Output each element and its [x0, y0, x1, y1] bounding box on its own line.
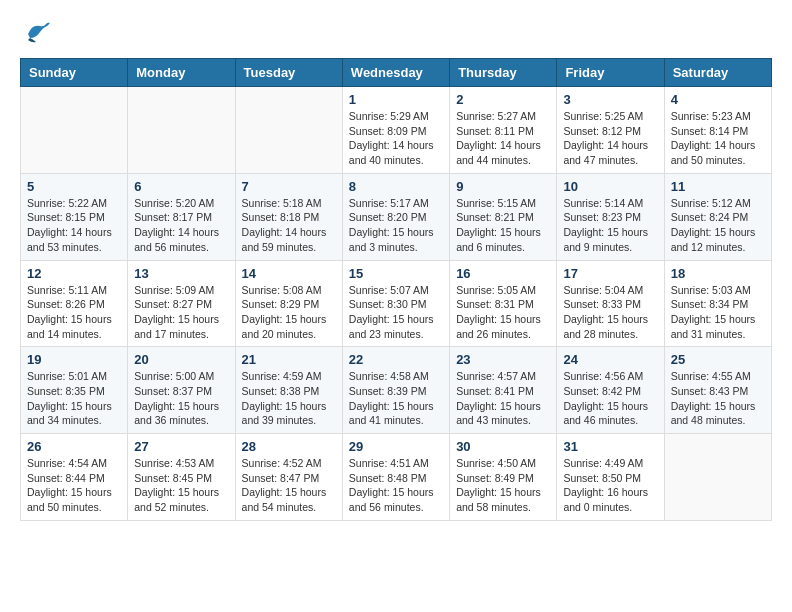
- day-info: Sunrise: 5:00 AM Sunset: 8:37 PM Dayligh…: [134, 369, 228, 428]
- day-info: Sunrise: 5:17 AM Sunset: 8:20 PM Dayligh…: [349, 196, 443, 255]
- calendar-cell: 13Sunrise: 5:09 AM Sunset: 8:27 PM Dayli…: [128, 260, 235, 347]
- calendar-cell: 14Sunrise: 5:08 AM Sunset: 8:29 PM Dayli…: [235, 260, 342, 347]
- day-info: Sunrise: 4:52 AM Sunset: 8:47 PM Dayligh…: [242, 456, 336, 515]
- calendar-cell: 18Sunrise: 5:03 AM Sunset: 8:34 PM Dayli…: [664, 260, 771, 347]
- calendar-cell: 1Sunrise: 5:29 AM Sunset: 8:09 PM Daylig…: [342, 87, 449, 174]
- day-number: 22: [349, 352, 443, 367]
- day-info: Sunrise: 5:15 AM Sunset: 8:21 PM Dayligh…: [456, 196, 550, 255]
- day-number: 30: [456, 439, 550, 454]
- calendar-cell: 26Sunrise: 4:54 AM Sunset: 8:44 PM Dayli…: [21, 434, 128, 521]
- day-number: 9: [456, 179, 550, 194]
- calendar-cell: 8Sunrise: 5:17 AM Sunset: 8:20 PM Daylig…: [342, 173, 449, 260]
- day-info: Sunrise: 5:20 AM Sunset: 8:17 PM Dayligh…: [134, 196, 228, 255]
- calendar-cell: 12Sunrise: 5:11 AM Sunset: 8:26 PM Dayli…: [21, 260, 128, 347]
- logo-bird-icon: [20, 20, 52, 48]
- calendar-cell: 28Sunrise: 4:52 AM Sunset: 8:47 PM Dayli…: [235, 434, 342, 521]
- day-number: 25: [671, 352, 765, 367]
- day-number: 26: [27, 439, 121, 454]
- day-info: Sunrise: 4:59 AM Sunset: 8:38 PM Dayligh…: [242, 369, 336, 428]
- day-info: Sunrise: 5:09 AM Sunset: 8:27 PM Dayligh…: [134, 283, 228, 342]
- day-number: 24: [563, 352, 657, 367]
- weekday-header: Monday: [128, 59, 235, 87]
- day-number: 18: [671, 266, 765, 281]
- day-number: 1: [349, 92, 443, 107]
- calendar-cell: 6Sunrise: 5:20 AM Sunset: 8:17 PM Daylig…: [128, 173, 235, 260]
- calendar-cell: 16Sunrise: 5:05 AM Sunset: 8:31 PM Dayli…: [450, 260, 557, 347]
- day-info: Sunrise: 5:14 AM Sunset: 8:23 PM Dayligh…: [563, 196, 657, 255]
- day-info: Sunrise: 4:57 AM Sunset: 8:41 PM Dayligh…: [456, 369, 550, 428]
- calendar-cell: 7Sunrise: 5:18 AM Sunset: 8:18 PM Daylig…: [235, 173, 342, 260]
- day-info: Sunrise: 4:50 AM Sunset: 8:49 PM Dayligh…: [456, 456, 550, 515]
- calendar-cell: [235, 87, 342, 174]
- day-info: Sunrise: 4:53 AM Sunset: 8:45 PM Dayligh…: [134, 456, 228, 515]
- day-info: Sunrise: 4:51 AM Sunset: 8:48 PM Dayligh…: [349, 456, 443, 515]
- day-info: Sunrise: 5:03 AM Sunset: 8:34 PM Dayligh…: [671, 283, 765, 342]
- day-info: Sunrise: 4:55 AM Sunset: 8:43 PM Dayligh…: [671, 369, 765, 428]
- calendar-cell: 10Sunrise: 5:14 AM Sunset: 8:23 PM Dayli…: [557, 173, 664, 260]
- day-info: Sunrise: 5:18 AM Sunset: 8:18 PM Dayligh…: [242, 196, 336, 255]
- calendar-cell: 30Sunrise: 4:50 AM Sunset: 8:49 PM Dayli…: [450, 434, 557, 521]
- day-number: 31: [563, 439, 657, 454]
- day-info: Sunrise: 5:12 AM Sunset: 8:24 PM Dayligh…: [671, 196, 765, 255]
- day-info: Sunrise: 5:05 AM Sunset: 8:31 PM Dayligh…: [456, 283, 550, 342]
- day-info: Sunrise: 5:22 AM Sunset: 8:15 PM Dayligh…: [27, 196, 121, 255]
- day-number: 13: [134, 266, 228, 281]
- calendar-table: SundayMondayTuesdayWednesdayThursdayFrid…: [20, 58, 772, 521]
- calendar-cell: 23Sunrise: 4:57 AM Sunset: 8:41 PM Dayli…: [450, 347, 557, 434]
- day-number: 10: [563, 179, 657, 194]
- day-info: Sunrise: 4:49 AM Sunset: 8:50 PM Dayligh…: [563, 456, 657, 515]
- day-number: 23: [456, 352, 550, 367]
- day-info: Sunrise: 5:23 AM Sunset: 8:14 PM Dayligh…: [671, 109, 765, 168]
- day-info: Sunrise: 5:27 AM Sunset: 8:11 PM Dayligh…: [456, 109, 550, 168]
- day-info: Sunrise: 5:29 AM Sunset: 8:09 PM Dayligh…: [349, 109, 443, 168]
- day-number: 6: [134, 179, 228, 194]
- day-number: 29: [349, 439, 443, 454]
- day-number: 8: [349, 179, 443, 194]
- calendar-cell: 3Sunrise: 5:25 AM Sunset: 8:12 PM Daylig…: [557, 87, 664, 174]
- calendar-cell: 15Sunrise: 5:07 AM Sunset: 8:30 PM Dayli…: [342, 260, 449, 347]
- calendar-cell: 11Sunrise: 5:12 AM Sunset: 8:24 PM Dayli…: [664, 173, 771, 260]
- calendar-cell: 2Sunrise: 5:27 AM Sunset: 8:11 PM Daylig…: [450, 87, 557, 174]
- calendar-cell: [664, 434, 771, 521]
- calendar-cell: 21Sunrise: 4:59 AM Sunset: 8:38 PM Dayli…: [235, 347, 342, 434]
- calendar-cell: 22Sunrise: 4:58 AM Sunset: 8:39 PM Dayli…: [342, 347, 449, 434]
- calendar-cell: 19Sunrise: 5:01 AM Sunset: 8:35 PM Dayli…: [21, 347, 128, 434]
- day-number: 11: [671, 179, 765, 194]
- day-number: 17: [563, 266, 657, 281]
- calendar-cell: 20Sunrise: 5:00 AM Sunset: 8:37 PM Dayli…: [128, 347, 235, 434]
- weekday-header: Thursday: [450, 59, 557, 87]
- calendar-cell: 4Sunrise: 5:23 AM Sunset: 8:14 PM Daylig…: [664, 87, 771, 174]
- day-number: 5: [27, 179, 121, 194]
- calendar-cell: 17Sunrise: 5:04 AM Sunset: 8:33 PM Dayli…: [557, 260, 664, 347]
- day-number: 4: [671, 92, 765, 107]
- calendar-cell: [128, 87, 235, 174]
- day-info: Sunrise: 4:54 AM Sunset: 8:44 PM Dayligh…: [27, 456, 121, 515]
- day-number: 2: [456, 92, 550, 107]
- calendar-cell: 5Sunrise: 5:22 AM Sunset: 8:15 PM Daylig…: [21, 173, 128, 260]
- day-info: Sunrise: 5:04 AM Sunset: 8:33 PM Dayligh…: [563, 283, 657, 342]
- calendar-cell: 27Sunrise: 4:53 AM Sunset: 8:45 PM Dayli…: [128, 434, 235, 521]
- day-info: Sunrise: 5:25 AM Sunset: 8:12 PM Dayligh…: [563, 109, 657, 168]
- calendar-cell: 9Sunrise: 5:15 AM Sunset: 8:21 PM Daylig…: [450, 173, 557, 260]
- day-info: Sunrise: 5:11 AM Sunset: 8:26 PM Dayligh…: [27, 283, 121, 342]
- day-number: 7: [242, 179, 336, 194]
- weekday-header: Sunday: [21, 59, 128, 87]
- day-number: 16: [456, 266, 550, 281]
- logo: [20, 20, 54, 48]
- day-number: 27: [134, 439, 228, 454]
- day-number: 19: [27, 352, 121, 367]
- day-number: 12: [27, 266, 121, 281]
- calendar-cell: 25Sunrise: 4:55 AM Sunset: 8:43 PM Dayli…: [664, 347, 771, 434]
- day-info: Sunrise: 5:01 AM Sunset: 8:35 PM Dayligh…: [27, 369, 121, 428]
- calendar-cell: 31Sunrise: 4:49 AM Sunset: 8:50 PM Dayli…: [557, 434, 664, 521]
- weekday-header: Saturday: [664, 59, 771, 87]
- weekday-header: Tuesday: [235, 59, 342, 87]
- day-number: 28: [242, 439, 336, 454]
- calendar-cell: [21, 87, 128, 174]
- calendar-cell: 29Sunrise: 4:51 AM Sunset: 8:48 PM Dayli…: [342, 434, 449, 521]
- day-number: 3: [563, 92, 657, 107]
- weekday-header: Wednesday: [342, 59, 449, 87]
- day-info: Sunrise: 4:58 AM Sunset: 8:39 PM Dayligh…: [349, 369, 443, 428]
- day-number: 21: [242, 352, 336, 367]
- day-info: Sunrise: 4:56 AM Sunset: 8:42 PM Dayligh…: [563, 369, 657, 428]
